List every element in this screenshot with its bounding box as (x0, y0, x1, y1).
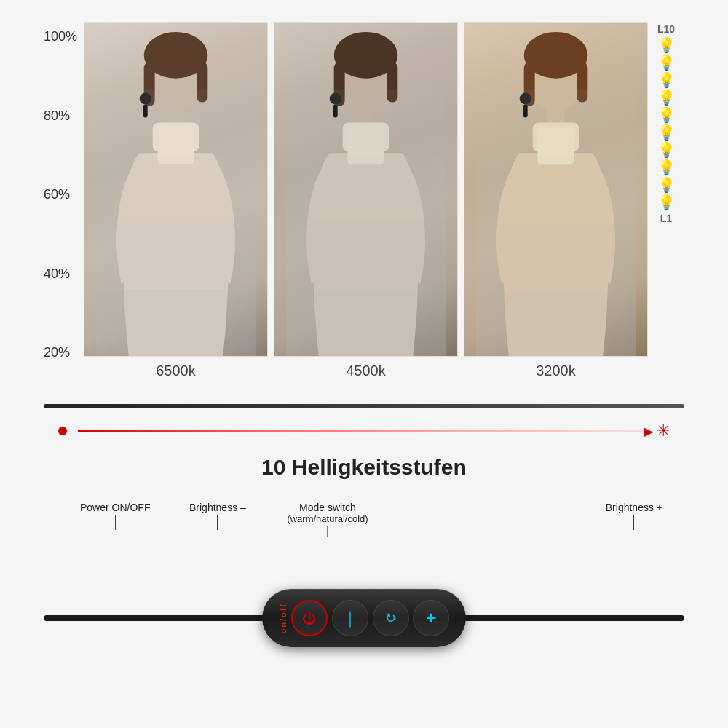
svg-rect-26 (286, 223, 446, 290)
power-line-v (115, 515, 116, 530)
svg-rect-25 (286, 156, 446, 223)
btn-power[interactable]: ⏻ (291, 600, 328, 636)
image-frame-cold (84, 22, 268, 357)
top-section: 100% 80% 60% 40% 20% (44, 22, 684, 386)
svg-rect-41 (476, 289, 636, 356)
bulb-7: 💡 (657, 89, 676, 106)
label-mode-text: Mode switch (299, 502, 356, 513)
bulb-4: 💡 (657, 141, 676, 159)
svg-rect-23 (286, 23, 446, 90)
power-icon: ⏻ (302, 611, 317, 625)
label-20: 20% (44, 345, 84, 360)
col-label-cold: 6500k (156, 363, 196, 379)
svg-rect-24 (286, 90, 446, 157)
bulb-8: 💡 (657, 71, 676, 89)
image-col-warm: 3200k (464, 22, 648, 379)
gradient-arrow-section: ✳ (44, 414, 684, 448)
portrait-neutral (274, 23, 457, 356)
controller-body: on/off ⏻ ｜ ↻ + (262, 589, 466, 647)
svg-rect-12 (96, 223, 256, 290)
btn-mode-switch[interactable]: ↻ (373, 600, 409, 636)
svg-rect-10 (96, 90, 256, 157)
label-40: 40% (44, 266, 84, 282)
brightness-labels: 100% 80% 60% 40% 20% (44, 22, 84, 386)
svg-rect-11 (96, 156, 256, 223)
portrait-warm (464, 23, 647, 356)
woman-svg-neutral (274, 23, 457, 356)
brightness-plus-line (633, 515, 634, 530)
image-frame-neutral (274, 22, 458, 357)
arrow-line (78, 430, 646, 432)
svg-rect-39 (476, 156, 636, 223)
minus-icon: ｜ (342, 610, 358, 626)
bulb-5: 💡 (657, 124, 676, 141)
label-brightness-plus-text: Brightness + (606, 502, 662, 513)
svg-rect-13 (96, 289, 256, 356)
bulb-9: 💡 (657, 54, 676, 71)
images-section: 6500k (84, 22, 648, 379)
label-mode-detail: (warm/natural/cold) (287, 513, 368, 524)
wire-controller-row: on/off ⏻ ｜ ↻ + (44, 574, 684, 662)
bulb-10: 💡 (657, 36, 676, 54)
col-label-neutral: 4500k (346, 363, 386, 379)
image-col-neutral: 4500k (274, 22, 458, 379)
woman-svg-cold (84, 23, 267, 356)
bulb-2: 💡 (657, 176, 676, 194)
brightness-minus-line (217, 515, 218, 530)
onoff-text: on/off (279, 603, 288, 634)
label-100: 100% (44, 29, 84, 44)
main-container: 100% 80% 60% 40% 20% (0, 0, 728, 728)
label-power: Power ON/OFF (80, 502, 150, 530)
svg-rect-27 (286, 289, 446, 356)
svg-rect-38 (476, 90, 636, 157)
image-col-cold: 6500k (84, 22, 268, 379)
star-icon: ✳ (657, 422, 670, 440)
btn-brightness-plus[interactable]: + (413, 600, 449, 636)
mode-icon: ↻ (385, 612, 396, 625)
svg-rect-9 (96, 23, 256, 90)
bulb-1: 💡 (657, 194, 676, 211)
label-brightness-plus: Brightness + (606, 502, 662, 530)
portrait-cold (84, 23, 267, 356)
svg-rect-40 (476, 223, 636, 290)
bulb-3: 💡 (657, 159, 676, 176)
label-brightness-minus: Brightness – (189, 502, 246, 530)
label-mode: Mode switch (warm/natural/cold) (287, 502, 368, 537)
divider-line (44, 404, 684, 408)
helligkeitsstufen-heading: 10 Helligkeitsstufen (261, 455, 467, 480)
bulb-scale: L10 💡 💡 💡 💡 💡 💡 💡 💡 💡 💡 L1 (648, 22, 684, 226)
bulb-top-label: L10 (657, 23, 675, 35)
mode-line (327, 526, 328, 537)
svg-rect-37 (476, 23, 636, 90)
dot-left (58, 427, 67, 435)
btn-brightness-minus[interactable]: ｜ (332, 600, 368, 636)
label-80: 80% (44, 108, 84, 124)
woman-svg-warm (464, 23, 647, 356)
label-brightness-minus-text: Brightness – (189, 502, 246, 513)
label-power-text: Power ON/OFF (80, 502, 150, 513)
plus-icon: + (426, 609, 436, 627)
bulb-6: 💡 (657, 106, 676, 124)
image-frame-warm (464, 22, 648, 357)
control-section: Power ON/OFF Brightness – Mode switch (w… (44, 502, 684, 662)
col-label-warm: 3200k (536, 363, 576, 379)
bulb-bottom-label: L1 (660, 213, 672, 224)
label-60: 60% (44, 187, 84, 202)
